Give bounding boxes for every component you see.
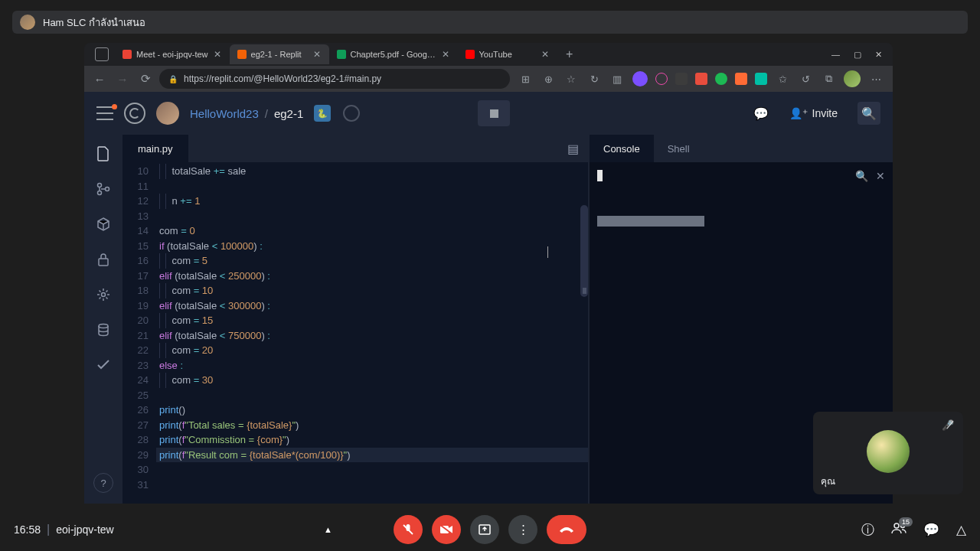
tab-close-icon[interactable]: ✕ <box>441 50 450 59</box>
chat-icon[interactable]: 💬 <box>753 105 769 122</box>
stop-button[interactable] <box>478 100 510 126</box>
code-line[interactable]: elif (totalSale < 250000) : <box>156 269 588 284</box>
database-icon[interactable] <box>95 321 112 338</box>
zoom-icon[interactable]: ⊕ <box>541 71 556 86</box>
favorites-star-icon[interactable]: ✩ <box>775 71 790 86</box>
tab-title: Meet - eoi-jpqv-tew <box>136 50 208 59</box>
help-icon[interactable]: ? <box>93 473 113 493</box>
reload-button[interactable]: ⟳ <box>136 70 155 88</box>
code-line[interactable]: com = 0 <box>156 223 588 239</box>
new-tab-button[interactable]: + <box>562 47 577 62</box>
code-line[interactable]: print() <box>156 403 588 418</box>
code-line[interactable]: print(f"Total sales = {totalSale}") <box>156 418 588 433</box>
layout-icon[interactable]: ▤ <box>565 141 580 156</box>
console-search-icon[interactable]: 🔍 <box>855 170 868 182</box>
mic-toggle-button[interactable] <box>394 515 423 544</box>
minimize-button[interactable]: — <box>831 50 840 60</box>
favorite-icon[interactable]: ☆ <box>564 71 579 86</box>
code-line[interactable]: print(f"Result com = {totalSale*(com/100… <box>156 448 588 463</box>
breadcrumb: HelloWorld23 / eg2-1 <box>190 107 303 120</box>
code-line[interactable] <box>156 478 588 493</box>
forward-button[interactable]: → <box>113 70 132 88</box>
code-line[interactable]: n += 1 <box>156 194 588 209</box>
version-control-icon[interactable] <box>95 181 112 197</box>
collections-ext-icon[interactable]: ⧉ <box>821 71 836 86</box>
chat-button[interactable]: 💬 <box>923 522 939 538</box>
camera-toggle-button[interactable] <box>432 515 461 544</box>
browser-tab[interactable]: Chapter5.pdf - Google ไดรฟ์✕ <box>329 44 458 64</box>
more-options-button[interactable]: ⋮ <box>508 515 537 544</box>
tab-title: YouTube <box>479 50 536 59</box>
tab-search-icon[interactable] <box>95 47 109 61</box>
tab-close-icon[interactable]: ✕ <box>541 50 550 59</box>
history-ext-icon[interactable]: ↺ <box>798 71 813 86</box>
file-tab-main[interactable]: main.py <box>122 135 188 162</box>
extension-circle-icon[interactable] <box>655 73 668 85</box>
code-line[interactable]: elif (totalSale < 750000) : <box>156 328 588 344</box>
browser-tab[interactable]: eg2-1 - Replit✕ <box>230 44 329 64</box>
code-line[interactable] <box>156 462 588 478</box>
extension-teal-icon[interactable] <box>755 73 767 85</box>
tab-favicon-icon <box>466 50 475 59</box>
code-line[interactable]: elif (totalSale < 300000) : <box>156 298 588 314</box>
extension-dark-icon[interactable] <box>675 73 688 85</box>
code-line[interactable]: com = 30 <box>156 373 588 388</box>
tab-console[interactable]: Console <box>590 135 654 162</box>
console-close-icon[interactable]: ✕ <box>876 170 885 182</box>
breadcrumb-user[interactable]: HelloWorld23 <box>190 107 259 120</box>
code-line[interactable] <box>156 388 588 403</box>
url-input[interactable]: 🔒 https://replit.com/@HelloWorld23/eg2-1… <box>159 69 510 89</box>
code-content[interactable]: totalSale += sale n += 1com = 0if (total… <box>156 162 588 504</box>
extension-green-icon[interactable] <box>715 73 727 85</box>
reader-icon[interactable]: ⊞ <box>518 71 533 86</box>
search-button[interactable]: 🔍 <box>858 102 880 125</box>
editor-scrollbar[interactable] <box>580 205 588 297</box>
people-button[interactable]: 15 <box>891 522 906 538</box>
editor-minimap-thumb[interactable] <box>583 288 586 294</box>
close-window-button[interactable]: ✕ <box>875 50 882 60</box>
code-line[interactable]: com = 15 <box>156 313 588 328</box>
settings-icon[interactable] <box>95 286 112 303</box>
hangup-button[interactable] <box>547 515 586 544</box>
tab-shell[interactable]: Shell <box>654 135 704 162</box>
secrets-icon[interactable] <box>95 251 112 268</box>
code-line[interactable] <box>156 209 588 224</box>
meeting-info-button[interactable]: ⓘ <box>861 521 874 539</box>
code-line[interactable]: com = 20 <box>156 343 588 358</box>
extension-purple-icon[interactable] <box>632 71 648 86</box>
code-line[interactable]: print(f"Commisstion = {com}") <box>156 432 588 448</box>
code-line[interactable]: else : <box>156 358 588 373</box>
browser-tab[interactable]: YouTube✕ <box>458 44 557 64</box>
svg-point-1 <box>98 191 102 195</box>
tab-close-icon[interactable]: ✕ <box>213 50 222 59</box>
packages-icon[interactable] <box>95 216 112 233</box>
hamburger-menu[interactable] <box>96 106 113 120</box>
maximize-button[interactable]: ▢ <box>854 50 861 60</box>
lock-icon: 🔒 <box>168 75 178 83</box>
invite-button[interactable]: 👤⁺ Invite <box>782 103 845 124</box>
code-editor[interactable]: 1011121314151617181920212223242526272829… <box>122 162 588 504</box>
files-icon[interactable] <box>95 145 112 162</box>
user-avatar[interactable] <box>156 102 179 125</box>
code-line[interactable] <box>156 179 588 194</box>
code-line[interactable]: totalSale += sale <box>156 164 588 179</box>
code-line[interactable]: if (totalSale < 100000) : <box>156 239 588 254</box>
back-button[interactable]: ← <box>90 70 109 88</box>
browser-menu-icon[interactable]: ⋯ <box>868 71 884 86</box>
extension-red-icon[interactable] <box>695 73 707 85</box>
checkmark-icon[interactable] <box>95 357 112 373</box>
history-icon[interactable] <box>343 105 360 122</box>
code-line[interactable]: com = 5 <box>156 253 588 269</box>
activities-button[interactable]: △ <box>956 522 966 538</box>
refresh-ext-icon[interactable]: ↻ <box>586 71 602 86</box>
tab-close-icon[interactable]: ✕ <box>312 50 322 59</box>
collections-icon[interactable]: ▥ <box>609 71 625 86</box>
browser-tab[interactable]: Meet - eoi-jpqv-tew✕ <box>115 44 230 64</box>
self-video-pip[interactable]: 🎤̸ คุณ <box>813 412 963 494</box>
profile-avatar-icon[interactable] <box>844 70 861 87</box>
extension-orange-icon[interactable] <box>735 73 747 85</box>
code-line[interactable]: com = 10 <box>156 283 588 298</box>
replit-logo-icon[interactable] <box>124 103 145 124</box>
present-button[interactable] <box>470 515 499 544</box>
breadcrumb-project[interactable]: eg2-1 <box>274 107 303 120</box>
